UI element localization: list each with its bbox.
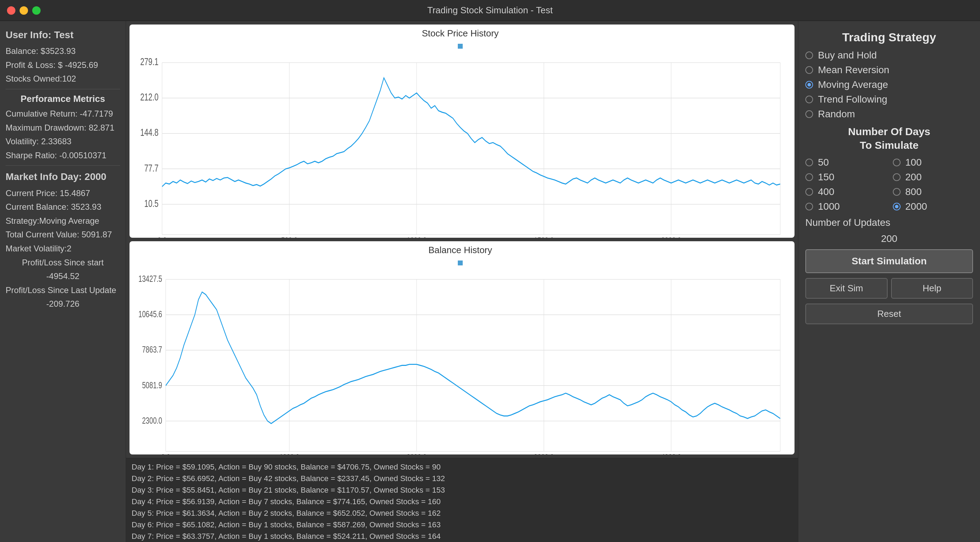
days-50[interactable]: 50	[805, 157, 886, 168]
log-lines-container: Day 1: Price = $59.1095, Action = Buy 90…	[132, 461, 792, 542]
exit-sim-button[interactable]: Exit Sim	[805, 278, 888, 299]
svg-text:279.1: 279.1	[140, 56, 159, 67]
right-panel: Trading Strategy Buy and Hold Mean Rever…	[798, 21, 980, 542]
log-line: Day 1: Price = $59.1095, Action = Buy 90…	[132, 461, 792, 473]
radio-moving-average[interactable]	[805, 81, 813, 89]
log-line: Day 6: Price = $65.1082, Action = Buy 1 …	[132, 519, 792, 531]
strategy-buy-hold[interactable]: Buy and Hold	[805, 50, 973, 61]
radio-50[interactable]	[805, 159, 813, 166]
radio-2000[interactable]	[893, 203, 900, 210]
main-layout: User Info: Test Balance: $3523.93 Profit…	[0, 21, 980, 542]
svg-text:5081.9: 5081.9	[142, 380, 162, 391]
reset-button[interactable]: Reset	[805, 304, 973, 324]
svg-text:1500.0: 1500.0	[534, 236, 554, 238]
titlebar: Trading Stock Simulation - Test	[0, 0, 980, 21]
days-1000-label: 1000	[818, 201, 840, 212]
radio-1000[interactable]	[805, 203, 813, 210]
radio-100[interactable]	[893, 159, 900, 166]
radio-mean-reversion[interactable]	[805, 66, 813, 74]
days-grid: 50 100 150 200 400 800	[805, 157, 973, 212]
strategy-moving-average[interactable]: Moving Average	[805, 79, 973, 90]
window-controls	[7, 6, 41, 15]
svg-text:3000.0: 3000.0	[534, 453, 554, 454]
balance-chart-container: Balance History	[129, 241, 794, 454]
log-line: Day 5: Price = $61.3634, Action = Buy 2 …	[132, 507, 792, 519]
updates-value: 200	[805, 233, 973, 244]
svg-text:1000.0: 1000.0	[407, 236, 426, 238]
market-volatility: Market Volatility:2	[6, 242, 120, 255]
days-400[interactable]: 400	[805, 186, 886, 198]
pnl-last-update-label: Profit/Loss Since Last Update	[6, 284, 120, 296]
days-100-label: 100	[905, 157, 922, 168]
svg-text:144.8: 144.8	[140, 127, 159, 138]
price-chart-legend	[458, 44, 463, 49]
days-150[interactable]: 150	[805, 172, 886, 183]
current-balance: Current Balance: 3523.93	[6, 201, 120, 213]
strategy-mean-reversion-label: Mean Reversion	[818, 64, 889, 76]
strategy-display: Strategy:Moving Average	[6, 215, 120, 227]
radio-random[interactable]	[805, 110, 813, 118]
strategy-moving-average-label: Moving Average	[818, 79, 888, 90]
strategy-random[interactable]: Random	[805, 108, 973, 120]
balance-chart-legend	[458, 260, 463, 265]
svg-text:2300.0: 2300.0	[142, 416, 162, 426]
days-2000[interactable]: 2000	[893, 201, 974, 212]
svg-text:2000.0: 2000.0	[661, 236, 681, 238]
start-simulation-button[interactable]: Start Simulation	[805, 249, 973, 273]
strategy-buy-hold-label: Buy and Hold	[818, 50, 877, 61]
svg-text:4000.0: 4000.0	[661, 453, 681, 454]
strategy-trend-following[interactable]: Trend Following	[805, 94, 973, 105]
days-200-label: 200	[905, 172, 922, 183]
balance-chart-title: Balance History	[133, 245, 788, 256]
svg-text:7863.7: 7863.7	[142, 344, 162, 355]
close-icon[interactable]	[7, 6, 15, 15]
days-400-label: 400	[818, 186, 834, 198]
btn-row: Exit Sim Help	[805, 278, 973, 299]
days-50-label: 50	[818, 157, 829, 168]
price-chart-svg-wrapper: 279.1 212.0 144.8 77.7 10.5 0.0 500.0 10…	[133, 53, 788, 238]
svg-text:77.7: 77.7	[144, 162, 158, 173]
radio-150[interactable]	[805, 173, 813, 181]
stocks-owned-display: Stocks Owned:102	[6, 73, 120, 85]
strategy-random-label: Random	[818, 108, 855, 120]
radio-200[interactable]	[893, 173, 900, 181]
pnl-start-label: Profit/Loss Since start	[6, 257, 120, 269]
window-title: Trading Stock Simulation - Test	[427, 5, 553, 16]
strategy-mean-reversion[interactable]: Mean Reversion	[805, 64, 973, 76]
cumulative-return: Cumulative Return: -47.7179	[6, 108, 120, 120]
updates-label: Number of Updates	[805, 217, 973, 228]
days-150-label: 150	[818, 172, 834, 183]
minimize-icon[interactable]	[20, 6, 28, 15]
log-line: Day 3: Price = $55.8451, Action = Buy 21…	[132, 484, 792, 496]
performance-title: Perforamce Metrics	[6, 94, 120, 104]
days-200[interactable]: 200	[893, 172, 974, 183]
radio-800[interactable]	[893, 188, 900, 196]
svg-text:500.0: 500.0	[281, 236, 298, 238]
price-chart-title: Stock Price History	[133, 28, 788, 39]
sidebar-divider-2	[6, 165, 120, 166]
svg-text:1000.0: 1000.0	[279, 453, 299, 454]
pnl-start-value: -4954.52	[6, 270, 120, 282]
strategy-radio-group: Buy and Hold Mean Reversion Moving Avera…	[805, 50, 973, 120]
days-100[interactable]: 100	[893, 157, 974, 168]
log-line: Day 2: Price = $56.6952, Action = Buy 42…	[132, 473, 792, 484]
help-button[interactable]: Help	[891, 278, 974, 299]
svg-text:0.0: 0.0	[161, 453, 170, 454]
max-drawdown: Maximum Drawdown: 82.871	[6, 122, 120, 134]
price-chart-svg: 279.1 212.0 144.8 77.7 10.5 0.0 500.0 10…	[133, 53, 788, 238]
log-line: Day 7: Price = $63.3757, Action = Buy 1 …	[132, 531, 792, 542]
radio-trend-following[interactable]	[805, 96, 813, 103]
svg-text:10.5: 10.5	[144, 198, 158, 209]
market-info-title: Market Info Day: 2000	[6, 170, 120, 183]
radio-buy-hold[interactable]	[805, 51, 813, 59]
log-area: Day 1: Price = $59.1095, Action = Buy 90…	[126, 458, 798, 542]
total-value: Total Current Value: 5091.87	[6, 229, 120, 241]
days-1000[interactable]: 1000	[805, 201, 886, 212]
radio-400[interactable]	[805, 188, 813, 196]
svg-text:13427.5: 13427.5	[138, 274, 162, 284]
charts-area: Stock Price History	[126, 21, 798, 458]
days-800-label: 800	[905, 186, 922, 198]
maximize-icon[interactable]	[32, 6, 41, 15]
days-800[interactable]: 800	[893, 186, 974, 198]
pnl-display: Profit & Loss: $ -4925.69	[6, 59, 120, 71]
